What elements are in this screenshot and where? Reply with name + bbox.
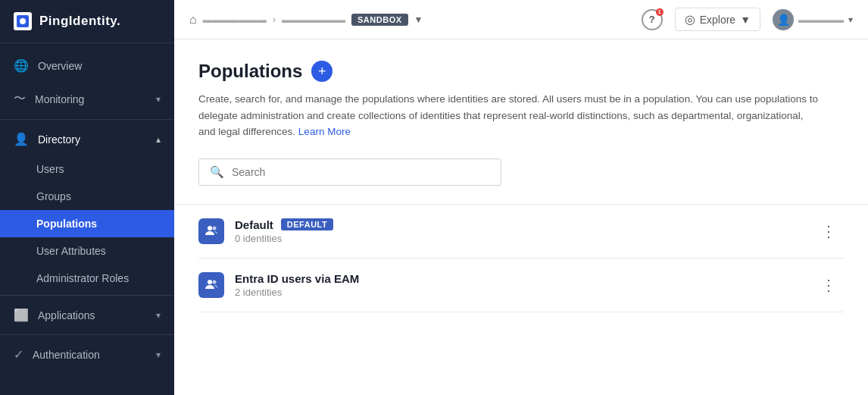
user-chevron-icon: ▾ [848,14,853,25]
population-menu-button-default[interactable]: ⋮ [815,219,844,243]
sidebar-item-directory[interactable]: 👤 Directory ▴ [0,123,174,155]
help-button[interactable]: ? 1 [642,9,663,30]
chevron-up-icon: ▴ [156,134,161,145]
user-name: ▬▬▬▬▬ [798,14,844,25]
population-info-entra: Entra ID users via EAM 2 identities [235,272,815,298]
breadcrumb-separator: › [273,14,276,25]
default-badge: DEFAULT [281,218,333,230]
population-menu-button-entra[interactable]: ⋮ [815,273,844,297]
user-avatar: 👤 [773,9,794,30]
sidebar-sub-item-populations[interactable]: Populations [0,210,174,237]
chevron-down-icon: ▾ [156,350,161,360]
population-item-default: Default DEFAULT 0 identities ⋮ [198,205,844,259]
chevron-down-icon: ▾ [156,310,161,321]
divider [0,334,174,335]
top-bar: ⌂ ▬▬▬▬▬▬▬ › ▬▬▬▬▬▬▬ SANDBOX ▼ ? 1 ◎ Expl… [174,0,868,39]
sidebar-sub-item-administrator-roles[interactable]: Administrator Roles [0,265,174,292]
sub-item-label: Populations [36,218,97,230]
search-box: 🔍 [198,158,501,186]
population-name-entra: Entra ID users via EAM [235,272,815,285]
sidebar-item-label: Overview [38,60,82,72]
population-icon-entra [198,272,224,298]
explore-chevron-icon: ▼ [740,14,751,26]
svg-point-3 [213,226,217,230]
page-description: Create, search for, and manage the popul… [198,91,820,140]
sidebar-item-applications[interactable]: ⬜ Applications ▾ [0,299,174,331]
sidebar-sub-item-users[interactable]: Users [0,155,174,183]
applications-icon: ⬜ [14,308,29,322]
sidebar-sub-item-groups[interactable]: Groups [0,183,174,210]
search-icon: 🔍 [210,165,224,179]
chevron-down-icon: ▾ [156,94,161,105]
authentication-icon: ✓ [14,347,23,362]
sidebar-item-label: Monitoring [35,93,84,105]
search-input[interactable] [232,166,490,178]
sub-item-label: Administrator Roles [36,272,129,284]
help-icon: ? [649,14,655,25]
population-name-default: Default DEFAULT [235,218,815,231]
home-icon[interactable]: ⌂ [189,13,197,27]
sidebar-item-authentication[interactable]: ✓ Authentication ▾ [0,338,174,371]
description-text: Create, search for, and manage the popul… [198,93,818,137]
population-icon-default [198,218,224,244]
divider [0,295,174,296]
sub-item-label: Groups [36,190,71,202]
learn-more-link[interactable]: Learn More [298,126,351,137]
breadcrumb-item-1: ▬▬▬▬▬▬▬ [203,14,267,25]
svg-point-1 [20,18,26,24]
user-menu-button[interactable]: 👤 ▬▬▬▬▬ ▾ [773,9,853,30]
sandbox-chevron-icon[interactable]: ▼ [414,14,423,25]
sidebar-item-label: Authentication [33,349,100,361]
sandbox-badge[interactable]: SANDBOX [351,14,408,26]
page-title: Populations [198,61,302,82]
sub-item-label: User Attributes [36,245,106,257]
explore-label: Explore [700,14,735,26]
sidebar-item-overview[interactable]: 🌐 Overview [0,49,174,82]
sidebar-navigation: 🌐 Overview 〜 Monitoring ▾ 👤 Directory ▴ … [0,43,174,395]
sidebar-item-label: Directory [38,133,80,146]
explore-icon: ◎ [685,12,695,27]
sidebar: PingIdentity. 🌐 Overview 〜 Monitoring ▾ … [0,0,174,395]
overview-icon: 🌐 [14,58,29,73]
monitoring-icon: 〜 [14,91,26,107]
breadcrumb-item-2: ▬▬▬▬▬▬▬ [282,14,345,25]
svg-point-5 [213,280,217,284]
directory-icon: 👤 [14,132,29,146]
add-population-button[interactable]: + [311,61,333,82]
logo-icon [14,12,32,30]
logo-text: PingIdentity. [39,14,120,29]
svg-point-4 [208,280,212,284]
explore-button[interactable]: ◎ Explore ▼ [675,8,760,31]
breadcrumb: ⌂ ▬▬▬▬▬▬▬ › ▬▬▬▬▬▬▬ SANDBOX ▼ [189,13,642,27]
sidebar-sub-item-user-attributes[interactable]: User Attributes [0,237,174,265]
notification-badge: 1 [656,8,663,16]
content-area: Populations + Create, search for, and ma… [174,39,868,395]
sub-item-label: Users [36,163,64,175]
page-header: Populations + [198,61,844,82]
main-area: ⌂ ▬▬▬▬▬▬▬ › ▬▬▬▬▬▬▬ SANDBOX ▼ ? 1 ◎ Expl… [174,0,868,395]
top-bar-actions: ? 1 ◎ Explore ▼ 👤 ▬▬▬▬▬ ▾ [642,8,853,31]
svg-point-2 [208,226,212,230]
sidebar-item-label: Applications [38,309,95,321]
population-count-default: 0 identities [235,233,815,244]
logo-area: PingIdentity. [0,0,174,43]
population-info-default: Default DEFAULT 0 identities [235,218,815,244]
sidebar-item-monitoring[interactable]: 〜 Monitoring ▾ [0,82,174,116]
divider [0,119,174,120]
population-item-entra: Entra ID users via EAM 2 identities ⋮ [198,259,844,312]
population-count-entra: 2 identities [235,287,815,298]
